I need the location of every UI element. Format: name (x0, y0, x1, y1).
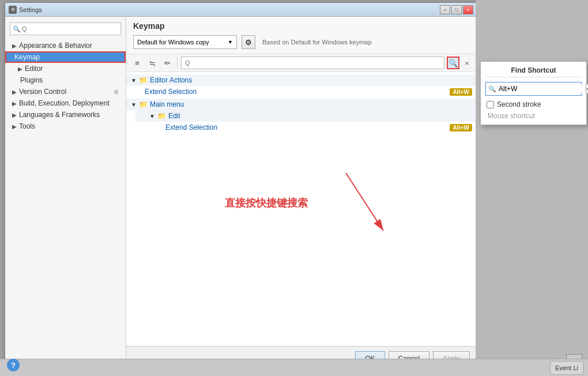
arrow-icon: ▶ (12, 123, 17, 130)
group-folder-icon: 📁 (139, 76, 148, 84)
sidebar-item-editor[interactable]: ▶ Editor (5, 63, 126, 74)
find-shortcut-popup: Find Shortcut 🔍 × Second stroke Mouse sh… (480, 61, 587, 125)
collapse-all-button[interactable]: ≒ (146, 57, 159, 69)
second-stroke-row: Second stroke (485, 100, 582, 108)
keymap-selector: Default for Windows copy ▼ ⚙ Based on De… (133, 35, 470, 49)
toolbar-separator (177, 58, 178, 68)
keymap-gear-button[interactable]: ⚙ (242, 35, 255, 49)
sidebar-item-keymap[interactable]: Keymap (5, 51, 126, 63)
app-icon: ⚙ (9, 6, 17, 14)
sub-group-edit: ▼ 📁 Edit Extend Selection Alt+W (135, 110, 477, 133)
find-shortcut-title: Find Shortcut (485, 66, 582, 77)
sub-group-arrow-icon: ▼ (149, 113, 155, 119)
group-header-main-menu[interactable]: ▼ 📁 Main menu (126, 99, 477, 110)
sidebar: 🔍 ▶ Appearance & Behavior Keymap ▶ Edito… (5, 17, 126, 371)
find-shortcut-clear-button[interactable]: × (585, 84, 588, 93)
arrow-icon: ▶ (12, 89, 17, 95)
sidebar-item-label: Version Control (19, 88, 66, 96)
sidebar-item-label: Keymap (14, 53, 40, 61)
group-editor-actions: ▼ 📁 Editor Actions Extend Selection Alt+… (126, 74, 477, 97)
taskbar: Event Li (0, 359, 588, 376)
list-item-extend-selection[interactable]: Extend Selection Alt+W (126, 86, 477, 97)
sidebar-item-label: Languages & Frameworks (19, 111, 100, 119)
find-shortcut-input[interactable] (499, 85, 585, 93)
dropdown-arrow-icon: ▼ (228, 39, 233, 45)
sidebar-item-plugins[interactable]: Plugins (5, 74, 126, 86)
sidebar-item-build[interactable]: ▶ Build, Execution, Deployment (5, 97, 126, 109)
close-search-button[interactable]: × (462, 58, 472, 68)
main-area: 🔍 ▶ Appearance & Behavior Keymap ▶ Edito… (5, 17, 477, 371)
group-arrow-icon: ▼ (131, 101, 137, 108)
sidebar-item-label: Tools (19, 122, 35, 130)
expand-all-button[interactable]: ≡ (131, 57, 144, 69)
content-panel: Keymap Default for Windows copy ▼ ⚙ Base… (126, 17, 477, 371)
maximize-button[interactable]: □ (451, 5, 462, 14)
sidebar-item-tools[interactable]: ▶ Tools (5, 121, 126, 132)
page-title: Keymap (133, 21, 470, 31)
taskbar-event-label: Event Li (555, 364, 578, 371)
sub-group-header-edit[interactable]: ▼ 📁 Edit (135, 110, 477, 122)
sidebar-item-label: Editor (25, 65, 43, 73)
edit-button[interactable]: ✏ (161, 57, 174, 69)
sidebar-item-label: Appearance & Behavior (19, 42, 92, 50)
second-stroke-label: Second stroke (497, 100, 541, 108)
list-item-extend-selection-2[interactable]: Extend Selection Alt+W (135, 122, 477, 133)
second-stroke-checkbox[interactable] (487, 101, 494, 108)
window-controls: − □ × (440, 5, 473, 14)
right-panel-content (476, 0, 588, 348)
arrow-icon: ▶ (12, 112, 17, 118)
help-button[interactable]: ? (7, 359, 20, 371)
keymap-search-input[interactable] (181, 57, 444, 69)
group-folder-icon: 📁 (139, 100, 148, 108)
keymap-dropdown[interactable]: Default for Windows copy ▼ (133, 35, 237, 49)
group-arrow-icon: ▼ (131, 77, 137, 84)
group-header-editor-actions[interactable]: ▼ 📁 Editor Actions (126, 74, 477, 86)
sidebar-search-box[interactable]: 🔍 (10, 22, 121, 35)
sidebar-item-appearance[interactable]: ▶ Appearance & Behavior (5, 40, 126, 51)
search-icon: 🔍 (13, 25, 21, 33)
settings-window: ⚙ Settings − □ × 🔍 ▶ Appearance & Behavi… (5, 2, 477, 371)
arrow-icon: ▶ (12, 43, 17, 49)
sidebar-item-version-control[interactable]: ▶ Version Control ⚙ (5, 86, 126, 97)
keymap-description: Based on Default for Windows keymap (262, 39, 372, 46)
mouse-shortcut-option[interactable]: Mouse shortcut (485, 112, 582, 120)
find-shortcut-input-row: 🔍 × (485, 82, 582, 96)
find-shortcut-button[interactable]: 🔍 (447, 57, 459, 69)
title-bar: ⚙ Settings − □ × (5, 3, 477, 17)
sidebar-search-input[interactable] (22, 25, 118, 32)
content-header: Keymap Default for Windows copy ▼ ⚙ Base… (126, 17, 477, 54)
keymap-list: ▼ 📁 Editor Actions Extend Selection Alt+… (126, 72, 477, 346)
sidebar-item-languages[interactable]: ▶ Languages & Frameworks (5, 109, 126, 121)
sidebar-item-label: Build, Execution, Deployment (19, 99, 110, 107)
sub-group-folder-icon: 📁 (157, 112, 166, 120)
group-label-main-menu: Main menu (150, 100, 184, 108)
toolbar: ≡ ≒ ✏ 🔍 × (126, 54, 477, 72)
item-label: Extend Selection (165, 123, 450, 131)
shortcut-badge: Alt+W (450, 124, 472, 131)
sync-icon: ⚙ (114, 89, 119, 95)
minimize-button[interactable]: − (440, 5, 450, 14)
keymap-dropdown-value: Default for Windows copy (137, 39, 209, 46)
arrow-icon: ▶ (12, 100, 17, 107)
right-panel: ⚙ (476, 0, 588, 376)
item-label: Extend Selection (145, 88, 450, 96)
close-button[interactable]: × (463, 5, 473, 14)
sub-group-label-edit: Edit (168, 112, 180, 120)
arrow-icon: ▶ (18, 66, 22, 72)
window-title: Settings (19, 6, 440, 13)
sidebar-item-label: Plugins (20, 76, 43, 84)
group-main-menu: ▼ 📁 Main menu ▼ 📁 Edit Extend Selection (126, 99, 477, 133)
group-label-editor-actions: Editor Actions (150, 76, 192, 84)
taskbar-event-item[interactable]: Event Li (550, 361, 583, 375)
shortcut-badge: Alt+W (450, 88, 472, 96)
find-shortcut-search-icon: 🔍 (488, 85, 496, 93)
